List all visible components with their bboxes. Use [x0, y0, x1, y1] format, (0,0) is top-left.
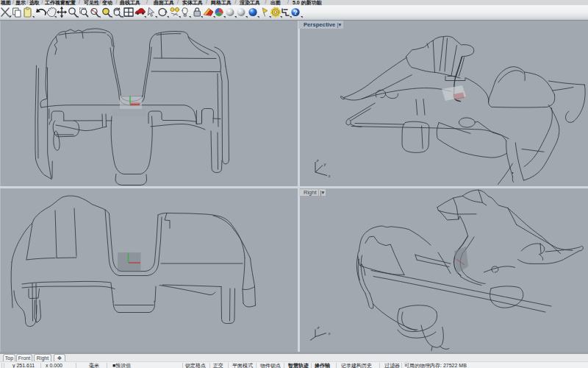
svg-text:x: x: [328, 174, 331, 178]
svg-text:z: z: [317, 325, 320, 330]
svg-text:z: z: [316, 158, 319, 163]
svg-text:x: x: [328, 331, 331, 336]
svg-text:?: ?: [293, 9, 298, 16]
svg-text:y: y: [323, 162, 327, 166]
